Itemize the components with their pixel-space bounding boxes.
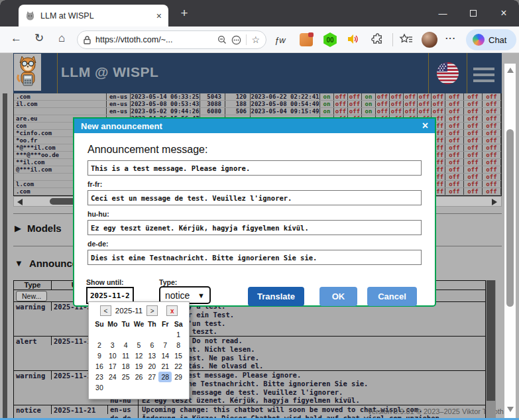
fw-extension-icon[interactable]: ƒw — [274, 35, 286, 45]
calendar-day[interactable]: 26 — [133, 372, 146, 382]
status-cell[interactable]: off — [376, 101, 390, 107]
status-cell[interactable]: off — [483, 115, 501, 122]
ok-button[interactable]: OK — [319, 287, 357, 306]
cancel-button[interactable]: Cancel — [367, 287, 417, 306]
calendar-day[interactable]: 6 — [145, 340, 158, 350]
calendar-day[interactable]: 19 — [133, 361, 146, 372]
status-cell[interactable]: off — [483, 123, 501, 129]
status-cell[interactable]: off — [348, 93, 362, 100]
models-section-header[interactable]: ▶ Models — [15, 223, 62, 234]
home-icon[interactable]: ⌂ — [58, 32, 65, 44]
status-cell[interactable]: off — [390, 93, 404, 100]
status-cell[interactable]: off — [418, 101, 432, 107]
calendar-prev-button[interactable]: < — [100, 305, 111, 316]
calendar-day[interactable]: 24 — [106, 372, 119, 382]
announcement-input-default[interactable] — [87, 160, 422, 176]
status-cell[interactable]: off — [464, 174, 483, 180]
calendar-day[interactable]: 29 — [172, 372, 185, 382]
calendar-day[interactable]: 7 — [158, 340, 172, 350]
announcement-row[interactable]: alert2025-11-15en-usTest alert. Do not r… — [14, 337, 485, 371]
calendar-day[interactable]: 16 — [93, 361, 106, 372]
speaker-extension-icon[interactable] — [347, 33, 359, 48]
calendar-day[interactable]: 17 — [106, 361, 119, 372]
status-cell[interactable]: off — [445, 174, 464, 180]
ellipsis-circle-icon[interactable] — [231, 35, 241, 45]
status-cell[interactable]: off — [483, 188, 501, 195]
refresh-icon[interactable]: ↻ — [34, 32, 44, 44]
status-cell[interactable]: off — [445, 166, 464, 173]
status-cell[interactable]: off — [445, 144, 464, 151]
announcements-scrollbar[interactable] — [486, 280, 496, 418]
calendar-day[interactable]: 25 — [119, 372, 133, 382]
status-cell[interactable]: off — [464, 137, 483, 144]
us-flag-language-icon[interactable] — [437, 62, 459, 84]
close-window-button[interactable]: × — [489, 0, 519, 26]
status-cell[interactable]: off — [445, 159, 464, 166]
profile-avatar[interactable] — [422, 32, 437, 48]
tab-close-icon[interactable]: × — [156, 11, 162, 21]
url-text[interactable]: https://vttoth.com/~... — [95, 35, 213, 44]
calendar-day[interactable]: 15 — [172, 350, 185, 361]
status-cell[interactable]: off — [404, 101, 418, 107]
extensions-puzzle-icon[interactable] — [371, 33, 384, 48]
status-cell[interactable]: off — [483, 108, 501, 115]
status-cell[interactable]: on — [362, 108, 376, 115]
new-announcement-button[interactable]: New... — [16, 291, 47, 301]
calendar-day[interactable]: 23 — [93, 372, 106, 382]
hscroll-left-icon[interactable] — [17, 199, 23, 205]
status-cell[interactable]: on — [320, 93, 334, 100]
favorite-star-icon[interactable]: ☆ — [251, 34, 260, 45]
status-cell[interactable]: off — [445, 188, 464, 195]
status-cell[interactable]: off — [464, 93, 483, 100]
status-cell[interactable]: off — [334, 101, 348, 107]
calendar-close-button[interactable]: x — [166, 305, 178, 316]
calendar-day[interactable]: 10 — [106, 350, 119, 361]
status-cell[interactable]: off — [445, 115, 464, 122]
status-cell[interactable]: off — [464, 188, 483, 195]
status-cell[interactable]: off — [464, 101, 483, 107]
calendar-day[interactable]: 14 — [158, 350, 172, 361]
status-cell[interactable]: off — [464, 152, 483, 158]
dialog-close-icon[interactable]: × — [422, 121, 428, 131]
status-cell[interactable]: off — [483, 181, 501, 187]
announcement-input-fr[interactable] — [87, 190, 422, 205]
calendar-day[interactable]: 20 — [145, 361, 158, 372]
status-cell[interactable]: off — [483, 174, 501, 180]
minimize-button[interactable]: — — [428, 0, 458, 26]
status-cell[interactable]: off — [464, 130, 483, 136]
status-cell[interactable]: on — [320, 101, 334, 107]
calendar-day[interactable]: 28 — [158, 372, 172, 382]
calendar-day[interactable]: 2 — [93, 340, 106, 350]
status-cell[interactable]: off — [483, 152, 501, 158]
status-cell[interactable]: off — [445, 93, 464, 100]
status-cell[interactable]: off — [464, 123, 483, 129]
status-cell[interactable]: off — [464, 108, 483, 115]
fox-extension-icon[interactable] — [300, 33, 313, 46]
status-cell[interactable]: off — [404, 93, 418, 100]
calendar-day[interactable]: 11 — [119, 350, 133, 361]
hamburger-menu-icon[interactable] — [473, 68, 494, 85]
back-icon[interactable]: ← — [11, 32, 22, 44]
announcement-input-de[interactable] — [87, 250, 422, 265]
calendar-day[interactable]: 3 — [106, 340, 119, 350]
status-cell[interactable]: off — [483, 130, 501, 136]
announcement-row[interactable]: warning2025-11-15en-usThis is a test mes… — [14, 371, 485, 405]
favorites-bar-icon[interactable] — [399, 33, 414, 48]
calendar-day[interactable]: 8 — [172, 340, 185, 350]
browser-tab[interactable]: LLM at WISPL × — [19, 5, 168, 26]
address-bar[interactable]: https://vttoth.com/~... ☆ — [77, 30, 266, 49]
status-cell[interactable]: off — [418, 108, 432, 115]
calendar-day[interactable]: 9 — [93, 350, 106, 361]
status-cell[interactable]: off — [390, 108, 404, 115]
status-cell[interactable]: off — [483, 166, 501, 173]
status-cell[interactable]: off — [445, 152, 464, 158]
status-cell[interactable]: off — [483, 144, 501, 151]
status-cell[interactable]: on — [362, 93, 376, 100]
page-scrollbar-thumb[interactable] — [506, 129, 514, 307]
top-table-row[interactable]: .comen-us2023-05-14 06:33:2550431202023-… — [14, 93, 501, 101]
status-cell[interactable]: off — [334, 93, 348, 100]
new-tab-button[interactable]: + — [176, 6, 192, 21]
status-cell[interactable]: off — [334, 108, 348, 115]
status-cell[interactable]: off — [483, 93, 501, 100]
status-cell[interactable]: off — [432, 108, 445, 115]
